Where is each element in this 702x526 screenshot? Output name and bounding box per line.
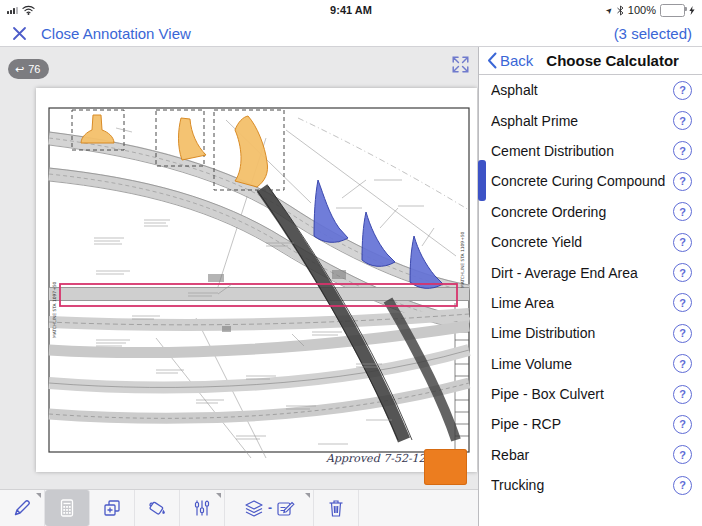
list-item[interactable]: Concrete Ordering ? [479, 197, 702, 227]
layers-icon [242, 497, 266, 519]
back-button[interactable]: Back [487, 52, 533, 69]
wifi-icon [22, 5, 35, 15]
bluetooth-icon [617, 5, 624, 16]
battery-percent: 100% [628, 4, 656, 16]
help-icon[interactable]: ? [673, 263, 692, 282]
fullscreen-expand-icon[interactable] [452, 56, 469, 77]
cellular-signal-icon [7, 6, 18, 14]
matchline-right-label: MATCHLINE STA 1109+50 [460, 231, 465, 288]
undo-count-badge[interactable]: ↩ 76 [8, 59, 49, 79]
status-bar: 9:41 AM ➤ 100% [0, 0, 702, 20]
plan-sheet-drawing: MATCHLINE STA 1097+50 MATCHLINE STA 1109… [36, 88, 477, 472]
adjustments-tool-button[interactable] [180, 490, 225, 526]
annotation-nav-bar: Close Annotation View (3 selected) [0, 20, 702, 47]
main-content: ↩ 76 [0, 47, 702, 526]
list-item[interactable]: Lime Volume ? [479, 349, 702, 379]
calculator-panel: Back Choose Calculator Asphalt ? Asphalt… [478, 47, 702, 526]
fill-color-tool-button[interactable] [135, 490, 180, 526]
list-item[interactable]: Trucking ? [479, 470, 702, 500]
back-label: Back [500, 52, 533, 69]
help-icon[interactable]: ? [673, 476, 692, 495]
undo-count: 76 [28, 63, 40, 75]
list-item[interactable]: Pipe - RCP ? [479, 409, 702, 439]
help-icon[interactable]: ? [673, 172, 692, 191]
close-annotation-view-button[interactable]: Close Annotation View [41, 25, 191, 42]
separator-dash: - [268, 502, 272, 514]
list-item-label: Lime Distribution [491, 325, 673, 341]
calculator-list: Asphalt ? Asphalt Prime ? Cement Distrib… [479, 75, 702, 526]
list-item-label: Cement Distribution [491, 143, 673, 159]
help-icon[interactable]: ? [673, 81, 692, 100]
tool-options-corner [305, 493, 310, 498]
help-icon[interactable]: ? [673, 233, 692, 252]
list-item-label: Pipe - Box Culvert [491, 386, 673, 402]
list-item-label: Concrete Yield [491, 234, 673, 250]
pen-icon [11, 497, 33, 519]
help-icon[interactable]: ? [673, 202, 692, 221]
tool-options-corner [216, 493, 221, 498]
list-item-label: Asphalt [491, 82, 673, 98]
help-icon[interactable]: ? [673, 141, 692, 160]
list-item-label: Concrete Curing Compound [491, 173, 673, 189]
help-icon[interactable]: ? [673, 445, 692, 464]
duplicate-icon [101, 497, 123, 519]
list-item-label: Dirt - Average End Area [491, 265, 673, 281]
calculator-tool-button[interactable] [45, 490, 90, 526]
sliders-icon [191, 497, 213, 519]
help-icon[interactable]: ? [673, 385, 692, 404]
selected-item-indicator [478, 160, 486, 201]
charging-bolt-icon [689, 6, 695, 15]
list-item-label: Rebar [491, 447, 673, 463]
compose-note-icon [274, 497, 296, 519]
document-viewer[interactable]: ↩ 76 [0, 47, 478, 526]
help-icon[interactable]: ? [673, 293, 692, 312]
list-item[interactable]: Asphalt Prime ? [479, 105, 702, 135]
list-item[interactable]: Lime Distribution ? [479, 318, 702, 348]
list-item[interactable]: Asphalt ? [479, 75, 702, 105]
delete-tool-button[interactable] [314, 490, 359, 526]
list-item[interactable]: Concrete Curing Compound ? [479, 166, 702, 196]
list-item-label: Trucking [491, 477, 673, 493]
orange-square-annotation[interactable] [424, 449, 467, 485]
list-item[interactable]: Concrete Yield ? [479, 227, 702, 257]
help-icon[interactable]: ? [673, 415, 692, 434]
list-item-label: Asphalt Prime [491, 113, 673, 129]
help-icon[interactable]: ? [673, 354, 692, 373]
status-time: 9:41 AM [330, 4, 372, 16]
selection-count-label: (3 selected) [614, 25, 692, 42]
close-icon[interactable] [10, 24, 28, 42]
paint-bucket-icon [146, 497, 168, 519]
undo-arrow-icon: ↩ [15, 64, 24, 75]
panel-title: Choose Calculator [546, 52, 679, 69]
help-icon[interactable]: ? [673, 324, 692, 343]
list-item[interactable]: Lime Area ? [479, 288, 702, 318]
list-item[interactable]: Dirt - Average End Area ? [479, 257, 702, 287]
plan-sheet-page[interactable]: MATCHLINE STA 1097+50 MATCHLINE STA 1109… [36, 88, 477, 472]
list-item-label: Concrete Ordering [491, 204, 673, 220]
layers-notes-tool-button[interactable]: - [225, 490, 314, 526]
annotation-toolbar: - [0, 489, 478, 526]
list-item-label: Pipe - RCP [491, 416, 673, 432]
help-icon[interactable]: ? [673, 111, 692, 130]
location-services-icon: ➤ [604, 4, 615, 15]
battery-icon [660, 4, 685, 17]
list-item[interactable]: Pipe - Box Culvert ? [479, 379, 702, 409]
matchline-left-label: MATCHLINE STA 1097+50 [52, 281, 57, 338]
pen-tool-button[interactable] [0, 490, 45, 526]
list-item[interactable]: Cement Distribution ? [479, 136, 702, 166]
list-item-label: Lime Area [491, 295, 673, 311]
list-item[interactable]: Rebar ? [479, 440, 702, 470]
panel-header: Back Choose Calculator [479, 47, 702, 75]
trash-icon [325, 497, 347, 519]
calculator-icon [56, 497, 78, 519]
tool-options-corner [36, 493, 41, 498]
list-item-label: Lime Volume [491, 356, 673, 372]
duplicate-tool-button[interactable] [90, 490, 135, 526]
chevron-left-icon [487, 52, 497, 69]
approval-signature: Approved 7-52-12 [325, 452, 427, 465]
